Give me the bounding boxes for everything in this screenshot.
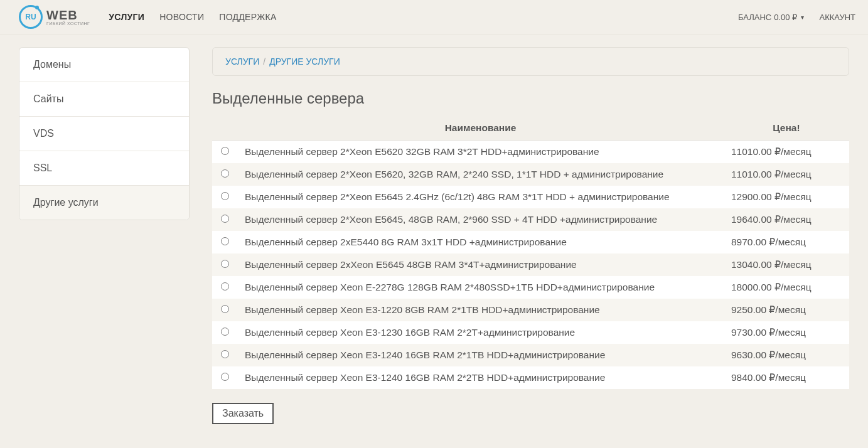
radio-cell xyxy=(212,366,237,389)
table-header-name: Наименование xyxy=(237,116,724,141)
main-nav: УСЛУГИНОВОСТИПОДДЕРЖКА xyxy=(109,12,738,22)
caret-down-icon: ▾ xyxy=(801,14,804,21)
server-price-cell: 11010.00 ₽/месяц xyxy=(724,141,849,164)
server-radio-6[interactable] xyxy=(221,282,229,291)
server-price-cell: 9250.00 ₽/месяц xyxy=(724,299,849,321)
balance-value: 0.00 xyxy=(774,13,790,22)
server-name-cell: Выделенный сервер Xeon E-2278G 128GB RAM… xyxy=(237,276,724,299)
balance-label: БАЛАНС xyxy=(738,13,771,22)
server-radio-7[interactable] xyxy=(221,305,229,313)
radio-cell xyxy=(212,186,237,208)
server-name-cell: Выделенный сервер Xeon E3-1220 8GB RAM 2… xyxy=(237,299,724,321)
table-row: Выделенный сервер 2*Xeon E5645, 48GB RAM… xyxy=(212,208,849,231)
server-radio-10[interactable] xyxy=(221,373,229,381)
topbar: RU WEB ГИБКИЙ ХОСТИНГ УСЛУГИНОВОСТИПОДДЕ… xyxy=(0,0,868,35)
server-price-cell: 12900.00 ₽/месяц xyxy=(724,186,849,208)
table-row: Выделенный сервер 2*Xeon E5645 2.4GHz (6… xyxy=(212,186,849,208)
logo-sub: ГИБКИЙ ХОСТИНГ xyxy=(46,21,90,26)
main-content: УСЛУГИ/ДРУГИЕ УСЛУГИ Выделенные сервера … xyxy=(212,47,849,424)
radio-cell xyxy=(212,208,237,231)
server-price-cell: 13040.00 ₽/месяц xyxy=(724,253,849,276)
logo-badge: RU xyxy=(19,5,43,29)
page-title: Выделенные сервера xyxy=(212,90,849,107)
server-name-cell: Выделенный сервер 2*Xeon E5645 2.4GHz (6… xyxy=(237,186,724,208)
table-row: Выделенный сервер 2xE5440 8G RAM 3x1T HD… xyxy=(212,231,849,253)
server-radio-4[interactable] xyxy=(221,237,229,245)
server-price-cell: 9630.00 ₽/месяц xyxy=(724,344,849,366)
server-price-cell: 8970.00 ₽/месяц xyxy=(724,231,849,253)
table-row: Выделенный сервер Xeon E3-1220 8GB RAM 2… xyxy=(212,299,849,321)
server-name-cell: Выделенный сервер Xeon E3-1230 16GB RAM … xyxy=(237,321,724,344)
breadcrumb: УСЛУГИ/ДРУГИЕ УСЛУГИ xyxy=(212,47,849,76)
nav-item-0[interactable]: УСЛУГИ xyxy=(109,12,144,22)
table-row: Выделенный сервер 2*Xeon E5620 32GB RAM … xyxy=(212,141,849,164)
sidebar-item-1[interactable]: Сайты xyxy=(19,82,189,117)
page-container: ДоменыСайтыVDSSSLДругие услуги УСЛУГИ/ДР… xyxy=(0,35,868,437)
sidebar-item-4[interactable]: Другие услуги xyxy=(19,186,189,220)
server-radio-5[interactable] xyxy=(221,260,229,268)
server-radio-1[interactable] xyxy=(221,169,229,178)
server-radio-3[interactable] xyxy=(221,215,229,223)
breadcrumb-sep: / xyxy=(263,56,265,67)
nav-item-2[interactable]: ПОДДЕРЖКА xyxy=(219,12,276,22)
balance-dropdown[interactable]: БАЛАНС 0.00 ₽ ▾ xyxy=(738,13,805,22)
nav-item-1[interactable]: НОВОСТИ xyxy=(159,12,204,22)
sidebar: ДоменыСайтыVDSSSLДругие услуги xyxy=(19,47,190,424)
table-row: Выделенный сервер 2xXeon E5645 48GB RAM … xyxy=(212,253,849,276)
radio-cell xyxy=(212,276,237,299)
sidebar-item-2[interactable]: VDS xyxy=(19,117,189,151)
radio-cell xyxy=(212,299,237,321)
server-radio-9[interactable] xyxy=(221,350,229,358)
radio-cell xyxy=(212,253,237,276)
server-name-cell: Выделенный сервер Xeon E3-1240 16GB RAM … xyxy=(237,366,724,389)
server-name-cell: Выделенный сервер Xeon E3-1240 16GB RAM … xyxy=(237,344,724,366)
breadcrumb-link-1[interactable]: ДРУГИЕ УСЛУГИ xyxy=(269,56,340,67)
server-name-cell: Выделенный сервер 2*Xeon E5620 32GB RAM … xyxy=(237,141,724,164)
table-header-row: Наименование Цена! xyxy=(212,116,849,141)
topbar-right: БАЛАНС 0.00 ₽ ▾ АККАУНТ xyxy=(738,13,855,22)
table-row: Выделенный сервер Xeon E3-1240 16GB RAM … xyxy=(212,366,849,389)
breadcrumb-link-0[interactable]: УСЛУГИ xyxy=(225,56,259,67)
server-name-cell: Выделенный сервер 2xXeon E5645 48GB RAM … xyxy=(237,253,724,276)
radio-cell xyxy=(212,141,237,164)
table-row: Выделенный сервер Xeon E3-1240 16GB RAM … xyxy=(212,344,849,366)
server-radio-8[interactable] xyxy=(221,328,229,336)
table-row: Выделенный сервер Xeon E3-1230 16GB RAM … xyxy=(212,321,849,344)
logo-text: WEB ГИБКИЙ ХОСТИНГ xyxy=(46,9,90,26)
radio-cell xyxy=(212,321,237,344)
server-price-cell: 9840.00 ₽/месяц xyxy=(724,366,849,389)
server-price-cell: 9730.00 ₽/месяц xyxy=(724,321,849,344)
radio-cell xyxy=(212,163,237,186)
radio-cell xyxy=(212,344,237,366)
balance-currency: ₽ xyxy=(792,13,797,22)
logo-main: WEB xyxy=(46,9,90,21)
logo[interactable]: RU WEB ГИБКИЙ ХОСТИНГ xyxy=(19,5,90,29)
account-link[interactable]: АККАУНТ xyxy=(819,13,855,22)
table-header-radio xyxy=(212,116,237,141)
sidebar-item-3[interactable]: SSL xyxy=(19,151,189,186)
table-row: Выделенный сервер Xeon E-2278G 128GB RAM… xyxy=(212,276,849,299)
server-name-cell: Выделенный сервер 2*Xeon E5645, 48GB RAM… xyxy=(237,208,724,231)
server-name-cell: Выделенный сервер 2xE5440 8G RAM 3x1T HD… xyxy=(237,231,724,253)
sidebar-list: ДоменыСайтыVDSSSLДругие услуги xyxy=(19,47,190,220)
server-price-cell: 11010.00 ₽/месяц xyxy=(724,163,849,186)
radio-cell xyxy=(212,231,237,253)
servers-table: Наименование Цена! Выделенный сервер 2*X… xyxy=(212,116,849,389)
sidebar-item-0[interactable]: Домены xyxy=(19,48,189,82)
server-radio-2[interactable] xyxy=(221,192,229,200)
server-name-cell: Выделенный сервер 2*Xeon E5620, 32GB RAM… xyxy=(237,163,724,186)
server-price-cell: 18000.00 ₽/месяц xyxy=(724,276,849,299)
table-header-price: Цена! xyxy=(724,116,849,141)
server-radio-0[interactable] xyxy=(221,147,229,155)
table-row: Выделенный сервер 2*Xeon E5620, 32GB RAM… xyxy=(212,163,849,186)
server-price-cell: 19640.00 ₽/месяц xyxy=(724,208,849,231)
order-button[interactable]: Заказать xyxy=(212,403,274,424)
